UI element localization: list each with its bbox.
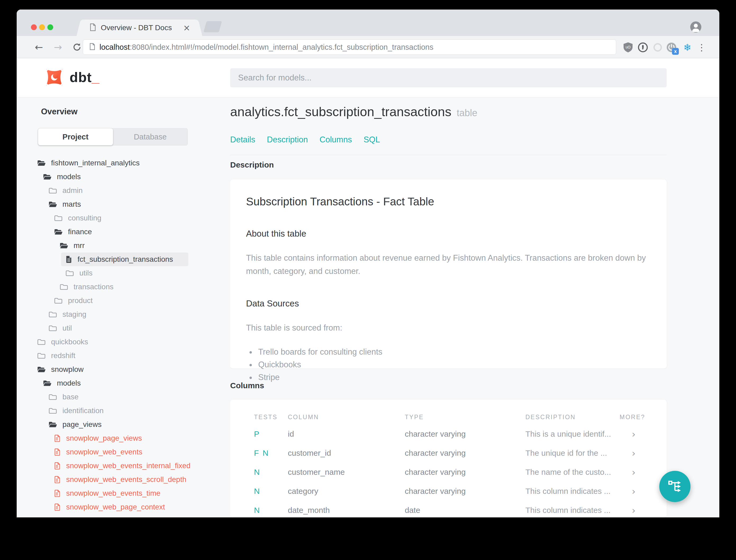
- sidebar-item-fct-subscription-transactions[interactable]: fct_subscription_transactions: [61, 252, 188, 266]
- power-x-badge: x: [672, 48, 679, 55]
- tree-item-label: quickbooks: [51, 338, 88, 346]
- nav-link-sql[interactable]: SQL: [364, 135, 380, 144]
- folder-open-icon: [37, 366, 46, 373]
- browser-tab-bar: Overview - DBT Docs ×: [17, 10, 719, 36]
- sidebar-item-product[interactable]: product: [17, 294, 226, 308]
- sidebar-item-consulting[interactable]: consulting: [17, 211, 226, 225]
- new-tab-button[interactable]: [204, 21, 222, 32]
- app-body: Overview ProjectDatabase fishtown_intern…: [17, 97, 719, 517]
- sidebar-item-base[interactable]: base: [17, 390, 226, 404]
- sidebar-item-snowplow-page-views[interactable]: snowplow_page_views: [17, 431, 226, 445]
- folder-icon: [48, 187, 57, 194]
- tree-item-label: models: [57, 173, 81, 181]
- column-row-date-month[interactable]: Ndate_monthdateThis column indicates ...…: [254, 501, 643, 517]
- ublock-origin-icon[interactable]: uO: [622, 41, 634, 53]
- dbt-logo[interactable]: dbt_: [44, 67, 100, 88]
- search-input[interactable]: [230, 68, 667, 87]
- snowflake-icon[interactable]: ❄: [681, 41, 693, 53]
- nav-link-columns[interactable]: Columns: [320, 135, 352, 144]
- materialization-badge: table: [457, 107, 477, 118]
- column-header-type: TYPE: [405, 414, 525, 421]
- column-row-customer-id[interactable]: F Ncustomer_idcharacter varyingThe uniqu…: [254, 444, 643, 463]
- tests-badges: N: [254, 506, 288, 515]
- tree-item-label: consulting: [68, 214, 101, 222]
- sidebar-item-models[interactable]: models: [17, 170, 226, 184]
- window-zoom-button[interactable]: [47, 24, 53, 30]
- browser-tab[interactable]: Overview - DBT Docs ×: [82, 20, 197, 36]
- sidebar-item-snowplow-web-events-internal-fixed[interactable]: snowplow_web_events_internal_fixed: [17, 459, 226, 473]
- column-type: character varying: [405, 468, 525, 477]
- sidebar-item-transactions[interactable]: transactions: [17, 280, 226, 294]
- sidebar-tab-database[interactable]: Database: [113, 128, 188, 145]
- tree-item-label: finance: [68, 228, 92, 236]
- lineage-graph-fab[interactable]: [659, 471, 690, 502]
- description-section-label: Description: [230, 160, 274, 169]
- sidebar-view-switcher: ProjectDatabase: [38, 128, 188, 146]
- sidebar-item-mrr[interactable]: mrr: [17, 239, 226, 252]
- browser-toolbar: ← → localhost:8080/index.html#!/model/mo…: [17, 36, 719, 58]
- column-row-customer-name[interactable]: Ncustomer_namecharacter varyingThe name …: [254, 463, 643, 482]
- sidebar-item-quickbooks[interactable]: quickbooks: [17, 335, 226, 349]
- column-row-id[interactable]: Pidcharacter varyingThis is a unique ide…: [254, 424, 643, 444]
- power-extension-icon[interactable]: x: [665, 41, 678, 53]
- expand-chevron-icon[interactable]: ›: [620, 429, 643, 440]
- sidebar-item-snowplow-web-events-scroll-depth[interactable]: snowplow_web_events_scroll_depth: [17, 473, 226, 486]
- sidebar-item-identification[interactable]: identification: [17, 404, 226, 418]
- tab-close-icon[interactable]: ×: [183, 24, 190, 32]
- sidebar-item-models[interactable]: models: [17, 376, 226, 390]
- sidebar-item-snowplow-web-events-time[interactable]: snowplow_web_events_time: [17, 486, 226, 500]
- folder-open-icon: [48, 201, 57, 208]
- expand-chevron-icon[interactable]: ›: [620, 448, 643, 459]
- tree-item-label: snowplow_web_events_scroll_depth: [66, 475, 187, 484]
- expand-chevron-icon[interactable]: ›: [620, 505, 643, 516]
- sidebar-item-utils[interactable]: utils: [17, 266, 226, 280]
- column-header-tests: TESTS: [254, 414, 288, 421]
- column-type: character varying: [405, 487, 525, 496]
- sidebar-item-snowplow-web-events[interactable]: snowplow_web_events: [17, 445, 226, 459]
- column-row-category[interactable]: Ncategorycharacter varyingThis column in…: [254, 482, 643, 501]
- tree-item-label: models: [57, 379, 81, 387]
- window-minimize-button[interactable]: [39, 24, 45, 30]
- sidebar-item-redshift[interactable]: redshift: [17, 349, 226, 363]
- back-icon[interactable]: ←: [33, 41, 45, 53]
- sidebar-item-snowplow-web-page-context[interactable]: snowplow_web_page_context: [17, 500, 226, 514]
- browser-profile-avatar[interactable]: [690, 21, 701, 33]
- sidebar-item-staging[interactable]: staging: [17, 308, 226, 321]
- tree-item-label: snowplow_web_page_context: [66, 503, 165, 511]
- sidebar-item-util[interactable]: util: [17, 321, 226, 335]
- tree-item-label: identification: [62, 407, 104, 415]
- reload-icon[interactable]: [71, 41, 83, 53]
- folder-icon: [54, 297, 63, 304]
- pocket-icon[interactable]: [652, 41, 664, 53]
- sidebar-item-admin[interactable]: admin: [17, 184, 226, 197]
- folder-icon: [48, 407, 57, 414]
- url-bar[interactable]: localhost:8080/index.html#!/model/model.…: [83, 39, 616, 55]
- file-outline-icon: [54, 489, 61, 497]
- screenshot-frame: Overview - DBT Docs × ← → localhost:8080…: [0, 0, 736, 560]
- tree-item-label: marts: [62, 200, 81, 209]
- sidebar-item-fishtown-internal-analytics[interactable]: fishtown_internal_analytics: [17, 156, 226, 170]
- browser-menu-icon[interactable]: ⋮: [696, 41, 708, 53]
- column-type: date: [405, 506, 525, 515]
- forward-icon: →: [52, 41, 64, 53]
- model-tree: fishtown_internal_analyticsmodelsadminma…: [17, 156, 226, 514]
- sidebar-item-marts[interactable]: marts: [17, 197, 226, 211]
- expand-chevron-icon[interactable]: ›: [620, 486, 643, 497]
- expand-chevron-icon[interactable]: ›: [620, 467, 643, 478]
- onepassword-icon[interactable]: [637, 41, 649, 53]
- columns-table-header: TESTSCOLUMNTYPEDESCRIPTIONMORE?: [254, 410, 643, 424]
- page-title: analytics.fct_subscription_transactionst…: [230, 104, 477, 119]
- nav-link-description[interactable]: Description: [267, 135, 308, 144]
- window-close-button[interactable]: [31, 24, 37, 30]
- lineage-graph-icon: [667, 479, 682, 494]
- sidebar-tab-project[interactable]: Project: [38, 128, 113, 145]
- tests-badges: N: [254, 468, 288, 477]
- tests-badges: P: [254, 430, 288, 439]
- sidebar-item-page-views[interactable]: page_views: [17, 418, 226, 431]
- tree-item-label: snowplow: [51, 365, 84, 374]
- column-description: This is a unique identif...: [525, 430, 620, 439]
- sidebar-item-snowplow[interactable]: snowplow: [17, 363, 226, 376]
- nav-link-details[interactable]: Details: [230, 135, 255, 144]
- sidebar-item-finance[interactable]: finance: [17, 225, 226, 239]
- folder-icon: [37, 338, 46, 346]
